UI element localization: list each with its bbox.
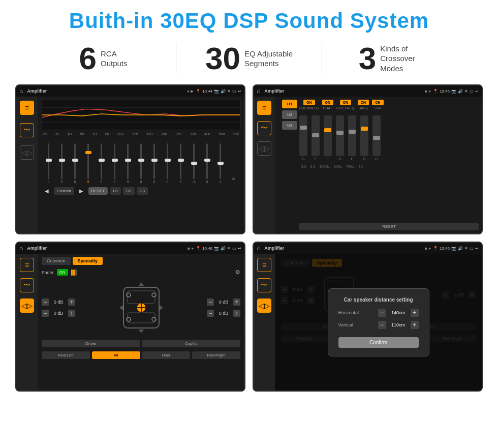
wave-icon-2[interactable]: 〜 — [257, 121, 271, 135]
vol-fl-plus[interactable]: + — [68, 298, 75, 306]
stat-rca-number: 6 — [79, 43, 96, 74]
sp-eq-icon[interactable]: ≡ — [20, 258, 34, 272]
vol-rl-minus[interactable]: − — [42, 310, 49, 317]
slider-cutfreq-f[interactable]: F — [324, 115, 332, 161]
eq-prev-button[interactable]: ◀ — [42, 187, 52, 195]
amp-reset-button[interactable]: RESET — [299, 223, 479, 230]
settings-icon[interactable]: ⚙ — [235, 269, 240, 276]
slider-loudness[interactable]: G — [299, 115, 307, 161]
cutfreq-toggle[interactable]: ON — [340, 100, 352, 105]
status-bar-4: ⌂ Amplifier ■ ● 📍 10:46 📷 🔊 ✕ ▭ ↩ — [254, 243, 482, 254]
sp-tab-specialty[interactable]: Specialty — [73, 257, 103, 265]
amp-u1-button[interactable]: U1 — [282, 100, 297, 108]
eq-slider-3[interactable]: 5 — [82, 143, 94, 184]
slider-phat[interactable]: F — [312, 115, 320, 161]
dialog-vertical-minus[interactable]: − — [378, 321, 386, 329]
eq-slider-11[interactable]: -1 — [188, 143, 200, 184]
sp-user-button[interactable]: User — [142, 351, 191, 359]
dialog-vertical-plus[interactable]: + — [411, 321, 419, 329]
eq-custom-button[interactable]: Custom — [54, 187, 74, 195]
eq-icon-2[interactable]: ≡ — [257, 101, 271, 115]
eq-slider-4[interactable]: 0 — [96, 143, 107, 184]
sp4-eq-icon[interactable]: ≡ — [257, 258, 271, 272]
eq-u2-button[interactable]: U2 — [123, 187, 134, 195]
home-icon-1[interactable]: ⌂ — [19, 87, 23, 95]
bass-toggle[interactable]: ON — [358, 100, 369, 105]
slider-sub[interactable]: G — [372, 115, 381, 161]
dialog-horizontal-row: Horizontal − 140cm + — [338, 309, 419, 317]
phat-toggle[interactable]: ON — [322, 100, 334, 105]
sp-copilot-button[interactable]: Copilot — [142, 340, 241, 347]
sp4-speaker-icon[interactable]: ◁▷ — [257, 298, 271, 313]
loudness-toggle[interactable]: ON — [303, 100, 315, 105]
eq-slider-13[interactable]: -1 — [214, 143, 226, 184]
sp-rearright-button[interactable]: RearRight — [192, 351, 240, 359]
eq-reset-button[interactable]: RESET — [88, 187, 108, 195]
vol-rr-minus[interactable]: − — [207, 310, 214, 317]
eq-slider-1[interactable]: 0 — [56, 143, 68, 184]
sp4-wave-icon[interactable]: 〜 — [257, 278, 271, 292]
sp-vol-left: − 0 dB + − 0 dB + — [42, 298, 75, 317]
sp-main: Common Specialty Fader ON ⚙ — [38, 254, 244, 391]
eq-slider-5[interactable]: 0 — [109, 143, 120, 184]
home-icon-3[interactable]: ⌂ — [19, 245, 23, 252]
amp-u3-button[interactable]: U3 — [282, 121, 297, 130]
eq-icon[interactable]: ≡ — [20, 101, 34, 115]
amp-toggles-row: ON LOUDNESS ON PHAT ON CUT FREQ ON — [299, 100, 479, 110]
sub-toggle[interactable]: ON — [372, 100, 384, 105]
amp-u2-button[interactable]: U2 — [282, 110, 297, 119]
vol-fl-minus[interactable]: − — [42, 298, 49, 306]
svg-point-11 — [127, 317, 131, 321]
eq-slider-2[interactable]: 0 — [69, 143, 81, 184]
svg-point-9 — [127, 293, 131, 297]
sp-rearleft-button[interactable]: RearLeft — [42, 351, 90, 359]
dialog-overlay: Car speaker distance setting Horizontal … — [275, 254, 482, 391]
fader-toggle[interactable]: ON — [57, 269, 68, 276]
eq-slider-14[interactable]: » — [228, 176, 239, 184]
app-label-2: Amplifier — [264, 88, 423, 94]
eq-slider-9[interactable]: 0 — [162, 143, 173, 184]
app-label-3: Amplifier — [27, 246, 185, 251]
eq-slider-6[interactable]: 0 — [122, 143, 134, 184]
eq-slider-7[interactable]: 0 — [135, 143, 147, 184]
eq-slider-10[interactable]: 0 — [175, 143, 186, 184]
slider-bass-g[interactable]: G — [360, 115, 368, 161]
home-icon-2[interactable]: ⌂ — [257, 87, 260, 95]
speaker-icon-2[interactable]: ◁▷ — [257, 141, 271, 156]
dialog-horizontal-plus[interactable]: + — [411, 309, 419, 317]
eq-u3-button[interactable]: U3 — [137, 187, 148, 195]
sp-driver-button[interactable]: Driver — [42, 340, 140, 347]
home-icon-4[interactable]: ⌂ — [257, 245, 260, 252]
phat-control: ON PHAT — [322, 100, 334, 110]
vol-fr-plus[interactable]: + — [233, 298, 240, 306]
sp-all-button[interactable]: All — [92, 351, 140, 359]
vol-fr-minus[interactable]: − — [207, 298, 214, 306]
eq-sliders: 0 0 0 5 0 0 0 0 0 0 0 -1 0 -1 » — [42, 138, 240, 184]
vol-rl-plus[interactable]: + — [68, 310, 75, 317]
eq-slider-12[interactable]: 0 — [201, 143, 213, 184]
wave-icon[interactable]: 〜 — [20, 123, 34, 137]
main-title: Buith-in 30EQ DSP Sound System — [10, 9, 488, 33]
eq-play-button[interactable]: ▶ — [76, 187, 86, 195]
sp-bottom-buttons: RearLeft All User RearRight — [42, 351, 240, 359]
sp-speaker-icon[interactable]: ◁▷ — [20, 298, 34, 313]
dialog-horizontal-minus[interactable]: − — [378, 309, 386, 317]
slider-cutfreq-g[interactable]: G — [336, 115, 344, 161]
dialog-horizontal-label: Horizontal — [338, 310, 375, 315]
screen-distance: ⌂ Amplifier ■ ● 📍 10:46 📷 🔊 ✕ ▭ ↩ ≡ 〜 ◁▷ — [253, 242, 483, 392]
vol-rr-plus[interactable]: + — [233, 310, 240, 317]
eq-freq-labels: 2532 4050 6380 100125 160200 250320 4005… — [42, 132, 240, 136]
svg-point-10 — [152, 293, 156, 297]
dialog-vertical-label: Vertical — [338, 322, 375, 327]
sp-wave-icon[interactable]: 〜 — [20, 278, 34, 292]
speaker-icon[interactable]: ◁▷ — [20, 145, 34, 160]
confirm-button[interactable]: Confirm — [338, 337, 419, 348]
slider-bass-f[interactable]: F — [348, 115, 356, 161]
fader-bar-1 — [71, 270, 73, 276]
sp-tab-common[interactable]: Common — [42, 257, 71, 265]
eq-slider-0[interactable]: 0 — [43, 143, 54, 184]
eq-slider-8[interactable]: 0 — [148, 143, 160, 184]
dialog-horizontal-value: 140cm — [389, 310, 408, 315]
eq-u1-button[interactable]: U1 — [110, 187, 121, 195]
status-icons-2: 📍 10:45 📷 🔊 ✕ ▭ ↩ — [433, 89, 479, 94]
